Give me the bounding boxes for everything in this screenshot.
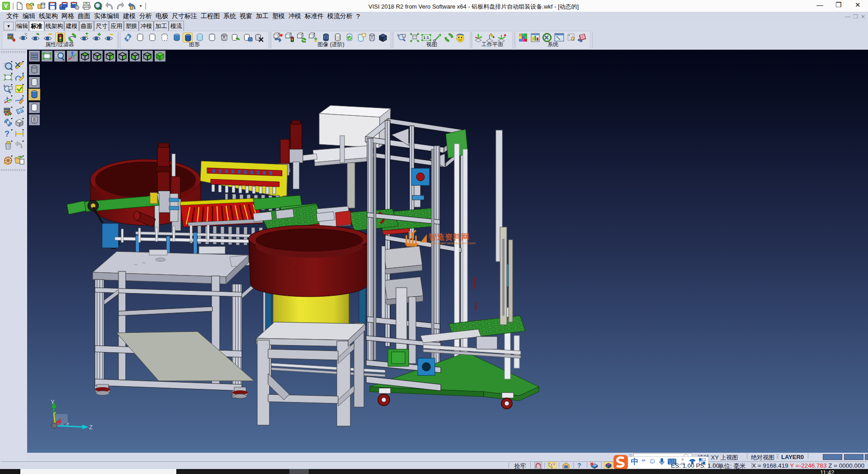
svg-text:INTELLIGENT MANUFACTURING DATA: INTELLIGENT MANUFACTURING DATA: [430, 242, 476, 245]
svg-text:⇗: ⇗: [66, 422, 69, 427]
svg-text:?: ?: [5, 129, 9, 138]
svg-text:智造资料网: 智造资料网: [428, 232, 469, 242]
svg-text:1:1: 1:1: [423, 35, 429, 40]
svg-text:Y: Y: [51, 398, 55, 405]
svg-text:Z: Z: [89, 424, 93, 431]
